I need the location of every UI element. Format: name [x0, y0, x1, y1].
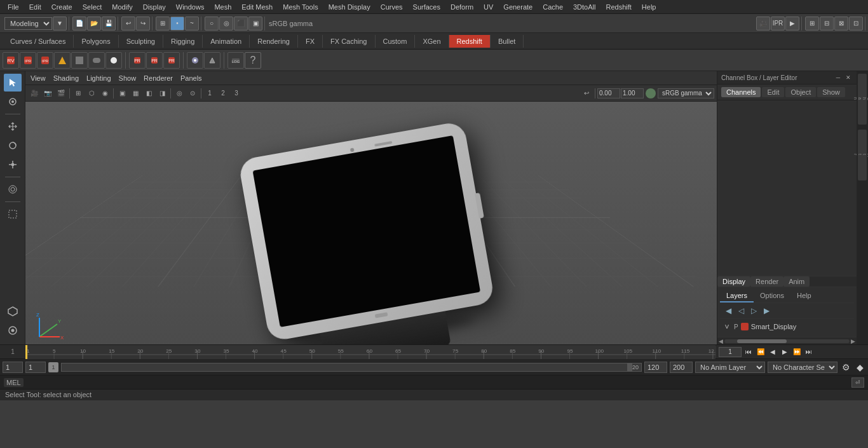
- sel-lasso[interactable]: ○: [205, 17, 219, 31]
- shelf-icon-13[interactable]: LOG: [227, 52, 244, 69]
- no-anim-layer-select[interactable]: No Anim Layer: [695, 362, 765, 373]
- tab-animation[interactable]: Animation: [203, 35, 250, 48]
- step-back-btn[interactable]: ⏪: [755, 346, 766, 358]
- edge-attribute-editor[interactable]: Attr: [858, 130, 867, 180]
- menu-select[interactable]: Select: [78, 2, 107, 12]
- layer-playback-toggle[interactable]: P: [734, 323, 738, 330]
- menu-surfaces[interactable]: Surfaces: [408, 2, 445, 12]
- cmd-input[interactable]: [29, 379, 851, 386]
- scale-tool[interactable]: [4, 156, 22, 173]
- vt-shading2[interactable]: ▦: [129, 88, 142, 99]
- viewport[interactable]: View Shading Lighting Show Renderer Pane…: [25, 71, 717, 344]
- layers-tab-options[interactable]: Options: [754, 290, 790, 302]
- tab-bullet[interactable]: Bullet: [491, 35, 524, 48]
- frame-field-2[interactable]: [25, 362, 46, 373]
- vt-xray[interactable]: ◎: [173, 88, 186, 99]
- tab-fx-caching[interactable]: FX Caching: [323, 35, 375, 48]
- layer-name[interactable]: Smart_Display: [751, 323, 797, 330]
- layers-tab-help[interactable]: Help: [790, 290, 818, 302]
- save-btn[interactable]: 💾: [102, 17, 116, 31]
- menu-edit[interactable]: Edit: [24, 2, 46, 12]
- tab-edit[interactable]: Edit: [762, 87, 784, 97]
- menu-windows[interactable]: Windows: [171, 2, 210, 12]
- menu-redshift[interactable]: Redshift: [600, 2, 636, 12]
- tab-display[interactable]: Display: [717, 276, 750, 287]
- render-ipr[interactable]: IPR: [771, 17, 785, 31]
- panel-close-btn[interactable]: ✕: [844, 73, 853, 82]
- goto-start-btn[interactable]: ⏮: [743, 346, 754, 358]
- mode-btn[interactable]: ▼: [53, 17, 67, 31]
- step-fwd-btn[interactable]: ⏩: [791, 346, 803, 358]
- marquee-tool[interactable]: [4, 205, 22, 223]
- hotbox-btn[interactable]: [4, 302, 22, 320]
- layers-collapse-all[interactable]: ◀: [722, 305, 734, 316]
- vt-wire[interactable]: ⬡: [85, 88, 98, 99]
- open-btn[interactable]: 📂: [87, 17, 101, 31]
- vt-rotate-field[interactable]: [597, 88, 620, 98]
- vt-isolate[interactable]: ↩: [580, 88, 593, 99]
- menu-edit-mesh[interactable]: Edit Mesh: [236, 2, 278, 12]
- menu-3dto[interactable]: 3DtoAll: [568, 2, 600, 12]
- menu-file[interactable]: File: [3, 2, 24, 12]
- select-tool[interactable]: [4, 74, 22, 92]
- layer-color-swatch[interactable]: [741, 323, 749, 330]
- snap-grid[interactable]: ⊞: [156, 17, 170, 31]
- menu-display[interactable]: Display: [138, 2, 171, 12]
- shelf-icon-10[interactable]: PR: [163, 52, 180, 69]
- vt-camera[interactable]: 🎥: [28, 88, 41, 99]
- shelf-icon-1[interactable]: RV: [3, 52, 19, 69]
- vp-menu-lighting[interactable]: Lighting: [86, 74, 111, 82]
- goto-end-btn[interactable]: ⏭: [803, 346, 815, 358]
- max-frame-field[interactable]: [670, 362, 693, 373]
- shelf-icon-9[interactable]: PR: [146, 52, 163, 69]
- snap-curve[interactable]: ~: [185, 17, 199, 31]
- vp-menu-view[interactable]: View: [31, 74, 46, 82]
- menu-mesh-display[interactable]: Mesh Display: [323, 2, 376, 12]
- mode-select[interactable]: Modeling: [4, 17, 52, 30]
- pref-btn[interactable]: ⚙: [840, 362, 851, 373]
- panel-collapse-btn[interactable]: ─: [834, 73, 843, 82]
- tab-anim[interactable]: Anim: [783, 276, 810, 287]
- scrollbar-right[interactable]: ▶: [851, 338, 855, 344]
- redo-btn[interactable]: ↪: [136, 17, 150, 31]
- scrollbar-track[interactable]: [724, 339, 850, 343]
- move-tool[interactable]: [4, 118, 22, 135]
- snap-pt[interactable]: •: [170, 17, 184, 31]
- layers-next[interactable]: ▷: [748, 305, 759, 316]
- vt-colorspace-select[interactable]: sRGB gamma: [658, 88, 714, 98]
- vp-menu-panels[interactable]: Panels: [180, 74, 202, 82]
- cmd-accept-btn[interactable]: ⏎: [851, 377, 864, 388]
- shelf-icon-11[interactable]: [187, 52, 203, 69]
- play-btn[interactable]: ▶: [779, 346, 790, 358]
- tab-fx[interactable]: FX: [298, 35, 323, 48]
- vt-cam2[interactable]: 📷: [41, 88, 54, 99]
- play-back-btn[interactable]: ◀: [767, 346, 778, 358]
- menu-help[interactable]: Help: [637, 2, 661, 12]
- tab-redshift[interactable]: Redshift: [449, 35, 491, 48]
- layout-btn3[interactable]: ⊠: [834, 17, 848, 31]
- menu-mesh-tools[interactable]: Mesh Tools: [278, 2, 323, 12]
- tab-channels[interactable]: Channels: [721, 87, 761, 97]
- vt-shading4[interactable]: ◨: [156, 88, 168, 99]
- menu-generate[interactable]: Generate: [498, 2, 538, 12]
- render-seq[interactable]: ▶: [785, 17, 799, 31]
- sel-obj[interactable]: ▣: [248, 17, 262, 31]
- vt-shading1[interactable]: ▣: [116, 88, 128, 99]
- no-char-set-select[interactable]: No Character Set: [768, 362, 837, 373]
- tab-render[interactable]: Render: [750, 276, 783, 287]
- vt-grid[interactable]: ⊞: [72, 88, 85, 99]
- shelf-icon-2[interactable]: IPR: [20, 52, 36, 69]
- vt-color-btn[interactable]: [646, 88, 656, 98]
- range-thumb[interactable]: [627, 363, 632, 371]
- frame-field-1[interactable]: [3, 362, 23, 373]
- menu-curves[interactable]: Curves: [376, 2, 408, 12]
- tab-rendering[interactable]: Rendering: [250, 35, 298, 48]
- paint-select-tool[interactable]: [4, 93, 22, 111]
- scrollbar-thumb[interactable]: [737, 339, 787, 343]
- vt-cam3[interactable]: 🎬: [55, 88, 67, 99]
- vt-res1[interactable]: 1: [203, 88, 216, 99]
- rotate-tool[interactable]: [4, 137, 22, 154]
- vt-res3[interactable]: 3: [230, 88, 243, 99]
- edge-channel-box[interactable]: Chan: [858, 74, 867, 125]
- vt-show-all[interactable]: ⊙: [186, 88, 199, 99]
